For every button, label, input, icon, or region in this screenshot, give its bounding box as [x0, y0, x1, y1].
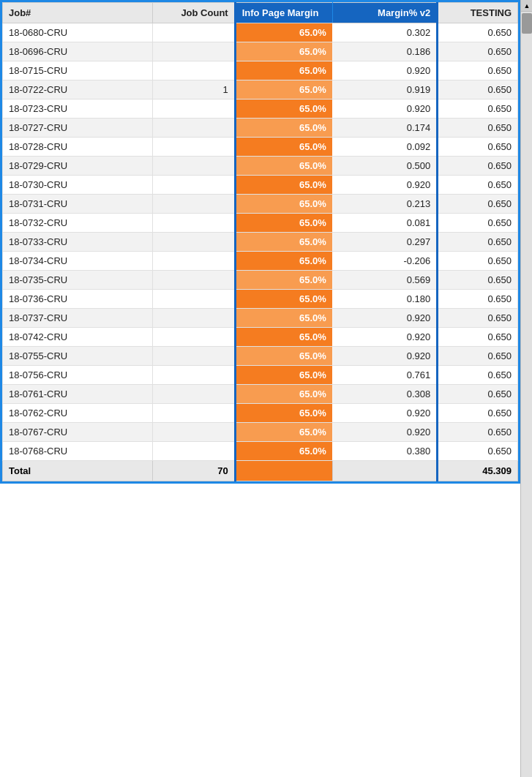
- cell-margin-v2: 0.920: [332, 347, 437, 366]
- cell-margin-v2: 0.920: [332, 61, 437, 80]
- cell-testing: 0.650: [438, 176, 518, 195]
- cell-job-num: 18-0722-CRU: [3, 80, 153, 100]
- scroll-thumb[interactable]: [522, 13, 532, 34]
- cell-testing: 0.650: [438, 214, 518, 233]
- cell-margin-v2: 0.920: [332, 100, 437, 119]
- cell-job-count: [152, 233, 235, 252]
- table-row: 18-0729-CRU65.0%0.5000.650: [3, 157, 518, 176]
- table-row: 18-0762-CRU65.0%0.9200.650: [3, 404, 518, 423]
- cell-margin-v2: 0.920: [332, 423, 437, 442]
- cell-info-margin: 65.0%: [235, 271, 332, 290]
- cell-margin-v2: 0.380: [332, 442, 437, 461]
- main-container: Job# Job Count Info Page Margin Margin% …: [0, 0, 532, 777]
- cell-job-num: 18-0680-CRU: [3, 23, 153, 42]
- cell-testing: 0.650: [438, 309, 518, 328]
- cell-job-count: [152, 404, 235, 423]
- cell-margin-v2: 0.569: [332, 271, 437, 290]
- footer-label: Total: [3, 461, 153, 481]
- cell-job-count: [152, 385, 235, 404]
- cell-testing: 0.650: [438, 61, 518, 80]
- cell-job-count: [152, 252, 235, 271]
- cell-margin-v2: 0.213: [332, 195, 437, 214]
- cell-margin-v2: 0.174: [332, 119, 437, 138]
- table-row: 18-0728-CRU65.0%0.0920.650: [3, 138, 518, 157]
- table-row: 18-0756-CRU65.0%0.7610.650: [3, 366, 518, 385]
- cell-job-count: [152, 138, 235, 157]
- cell-job-num: 18-0729-CRU: [3, 157, 153, 176]
- cell-info-margin: 65.0%: [235, 157, 332, 176]
- cell-job-num: 18-0731-CRU: [3, 195, 153, 214]
- cell-info-margin: 65.0%: [235, 176, 332, 195]
- cell-testing: 0.650: [438, 328, 518, 347]
- cell-job-count: [152, 195, 235, 214]
- cell-testing: 0.650: [438, 290, 518, 309]
- table-row: 18-0722-CRU165.0%0.9190.650: [3, 80, 518, 100]
- table-row: 18-0737-CRU65.0%0.9200.650: [3, 309, 518, 328]
- cell-margin-v2: 0.500: [332, 157, 437, 176]
- footer-margin-v2: [332, 461, 437, 481]
- table-row: 18-0733-CRU65.0%0.2970.650: [3, 233, 518, 252]
- cell-job-num: 18-0762-CRU: [3, 404, 153, 423]
- cell-testing: 0.650: [438, 80, 518, 100]
- header-info-margin: Info Page Margin: [235, 3, 332, 23]
- cell-job-count: 1: [152, 80, 235, 100]
- cell-testing: 0.650: [438, 42, 518, 61]
- cell-info-margin: 65.0%: [235, 442, 332, 461]
- cell-job-count: [152, 347, 235, 366]
- cell-job-num: 18-0733-CRU: [3, 233, 153, 252]
- cell-info-margin: 65.0%: [235, 290, 332, 309]
- cell-job-num: 18-0767-CRU: [3, 423, 153, 442]
- cell-margin-v2: 0.302: [332, 23, 437, 42]
- table-row: 18-0727-CRU65.0%0.1740.650: [3, 119, 518, 138]
- cell-job-num: 18-0742-CRU: [3, 328, 153, 347]
- cell-job-num: 18-0723-CRU: [3, 100, 153, 119]
- cell-info-margin: 65.0%: [235, 195, 332, 214]
- scroll-up-arrow[interactable]: ▲: [521, 0, 532, 12]
- cell-info-margin: 65.0%: [235, 80, 332, 100]
- cell-margin-v2: 0.920: [332, 404, 437, 423]
- footer-testing: 45.309: [438, 461, 518, 481]
- cell-margin-v2: 0.920: [332, 328, 437, 347]
- cell-job-count: [152, 100, 235, 119]
- cell-margin-v2: 0.919: [332, 80, 437, 100]
- cell-info-margin: 65.0%: [235, 119, 332, 138]
- cell-testing: 0.650: [438, 100, 518, 119]
- cell-job-count: [152, 176, 235, 195]
- cell-testing: 0.650: [438, 252, 518, 271]
- cell-job-num: 18-0727-CRU: [3, 119, 153, 138]
- table-footer: Total 70 45.309: [3, 461, 518, 481]
- cell-job-num: 18-0755-CRU: [3, 347, 153, 366]
- cell-margin-v2: 0.297: [332, 233, 437, 252]
- cell-margin-v2: 0.761: [332, 366, 437, 385]
- cell-testing: 0.650: [438, 271, 518, 290]
- table-header: Job# Job Count Info Page Margin Margin% …: [3, 3, 518, 23]
- cell-info-margin: 65.0%: [235, 61, 332, 80]
- data-table: Job# Job Count Info Page Margin Margin% …: [2, 2, 518, 481]
- cell-info-margin: 65.0%: [235, 347, 332, 366]
- cell-job-count: [152, 157, 235, 176]
- header-job-count: Job Count: [152, 3, 235, 23]
- cell-testing: 0.650: [438, 195, 518, 214]
- cell-info-margin: 65.0%: [235, 423, 332, 442]
- footer-job-count: 70: [152, 461, 235, 481]
- cell-info-margin: 65.0%: [235, 328, 332, 347]
- scrollbar[interactable]: ▲: [520, 0, 532, 777]
- cell-job-num: 18-0730-CRU: [3, 176, 153, 195]
- header-margin-v2: Margin% v2: [332, 3, 437, 23]
- cell-job-count: [152, 290, 235, 309]
- table-row: 18-0736-CRU65.0%0.1800.650: [3, 290, 518, 309]
- cell-info-margin: 65.0%: [235, 100, 332, 119]
- cell-info-margin: 65.0%: [235, 23, 332, 42]
- cell-job-num: 18-0768-CRU: [3, 442, 153, 461]
- cell-testing: 0.650: [438, 23, 518, 42]
- cell-testing: 0.650: [438, 442, 518, 461]
- cell-job-count: [152, 271, 235, 290]
- cell-margin-v2: 0.092: [332, 138, 437, 157]
- table-row: 18-0742-CRU65.0%0.9200.650: [3, 328, 518, 347]
- cell-margin-v2: 0.920: [332, 309, 437, 328]
- table-row: 18-0731-CRU65.0%0.2130.650: [3, 195, 518, 214]
- cell-job-count: [152, 366, 235, 385]
- header-testing: TESTING: [438, 3, 518, 23]
- table-row: 18-0696-CRU65.0%0.1860.650: [3, 42, 518, 61]
- cell-testing: 0.650: [438, 404, 518, 423]
